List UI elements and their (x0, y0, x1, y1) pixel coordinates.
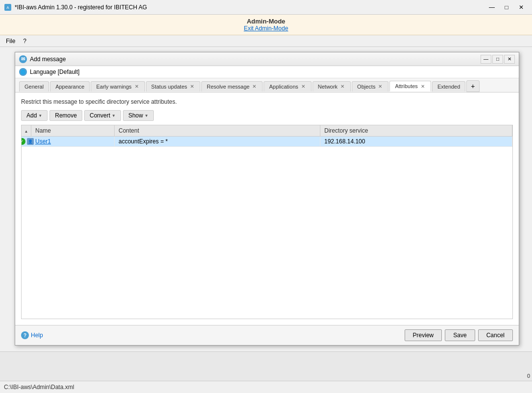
tab-add-button[interactable]: + (466, 80, 479, 92)
menu-file[interactable]: File (2, 37, 19, 46)
save-button[interactable]: Save (445, 329, 475, 341)
tab-attributes[interactable]: Attributes ✕ (389, 81, 431, 92)
table-row[interactable]: ✓ 👤 User1 accountExpires = * 192.168.14.… (22, 137, 512, 147)
app-icon: A (4, 3, 12, 11)
dialog-title: Add message (30, 56, 481, 63)
tab-status-updates[interactable]: Status updates ✕ (146, 81, 200, 92)
tab-extended[interactable]: Extended (432, 81, 465, 92)
tab-applications-close[interactable]: ✕ (300, 84, 306, 89)
remove-button[interactable]: Remove (49, 110, 82, 121)
tab-resolve-message-close[interactable]: ✕ (251, 84, 257, 89)
language-row: 🌐 Language [Default] (15, 66, 519, 78)
menu-bar: File ? (0, 35, 532, 47)
dialog-footer: ? Help Preview Save Cancel (15, 325, 519, 345)
toolbar: Add ▼ Remove Convert ▼ Show ▼ (21, 110, 513, 121)
tab-applications[interactable]: Applications ✕ (264, 81, 311, 92)
status-bar: C:\IBI-aws\Admin\Data.xml (0, 381, 532, 393)
dialog-title-bar: ✉ Add message — □ ✕ (15, 52, 519, 66)
dialog-minimize-button[interactable]: — (481, 55, 491, 64)
help-link[interactable]: ? Help (21, 331, 43, 339)
attributes-table: Name Content Directory service ✓ 👤 User1… (21, 125, 513, 319)
row-content-cell: accountExpires = * (115, 137, 320, 146)
show-button[interactable]: Show ▼ (123, 110, 154, 121)
window-controls: — □ ✕ (485, 2, 528, 13)
status-ok-icon: ✓ (21, 138, 25, 145)
tab-early-warnings-close[interactable]: ✕ (134, 84, 140, 89)
tab-general[interactable]: General (19, 81, 49, 92)
menu-help[interactable]: ? (19, 37, 30, 46)
tab-network[interactable]: Network ✕ (313, 81, 351, 92)
convert-button[interactable]: Convert ▼ (84, 110, 121, 121)
show-dropdown-arrow: ▼ (145, 114, 148, 118)
tab-objects[interactable]: Objects ✕ (352, 81, 388, 92)
tab-appearance[interactable]: Appearance (50, 81, 90, 92)
help-label: Help (31, 332, 43, 339)
row-directory-cell: 192.168.14.100 (320, 137, 512, 146)
dialog-maximize-button[interactable]: □ (492, 55, 503, 64)
admin-mode-title: Admin-Mode (0, 18, 532, 25)
sort-icon (24, 127, 28, 134)
exit-admin-mode-link[interactable]: Exit Admin-Mode (0, 25, 532, 32)
maximize-button[interactable]: □ (500, 2, 513, 13)
name-column-header[interactable]: Name (31, 125, 115, 136)
dialog-close-button[interactable]: ✕ (504, 55, 515, 64)
row-sort-cell: ✓ 👤 (22, 137, 31, 146)
svg-text:A: A (6, 5, 9, 10)
tab-objects-close[interactable]: ✕ (377, 84, 383, 89)
bottom-panel: 0 (0, 351, 532, 381)
convert-dropdown-arrow: ▼ (112, 114, 116, 118)
language-label: Language [Default] (30, 69, 79, 75)
preview-button[interactable]: Preview (405, 329, 442, 341)
description-text: Restrict this message to specific direct… (21, 98, 513, 105)
cancel-button[interactable]: Cancel (478, 329, 513, 341)
directory-column-header[interactable]: Directory service (320, 125, 512, 136)
close-button[interactable]: ✕ (514, 2, 528, 13)
dialog-icon: ✉ (19, 55, 27, 63)
bottom-counter: 0 (527, 373, 530, 379)
user-name-link[interactable]: User1 (35, 138, 51, 145)
window-title-bar: A *IBI-aws Admin 1.30.0 - registered for… (0, 0, 532, 15)
add-message-dialog: ✉ Add message — □ ✕ 🌐 Language [Default]… (15, 52, 519, 346)
language-globe-icon: 🌐 (19, 68, 27, 76)
tab-network-close[interactable]: ✕ (339, 84, 345, 89)
dialog-content: Restrict this message to specific direct… (15, 92, 519, 325)
tab-early-warnings[interactable]: Early warnings ✕ (91, 81, 145, 92)
minimize-button[interactable]: — (485, 2, 499, 13)
row-name-cell: User1 (31, 137, 115, 146)
dialog-controls: — □ ✕ (481, 55, 515, 64)
tab-resolve-message[interactable]: Resolve message ✕ (201, 81, 263, 92)
sort-column-header[interactable] (22, 125, 31, 136)
tabs-bar: General Appearance Early warnings ✕ Stat… (15, 78, 519, 92)
help-icon: ? (21, 331, 29, 339)
tab-status-updates-close[interactable]: ✕ (189, 84, 195, 89)
content-column-header[interactable]: Content (115, 125, 320, 136)
admin-banner: Admin-Mode Exit Admin-Mode (0, 15, 532, 35)
add-button[interactable]: Add ▼ (21, 110, 48, 121)
table-header: Name Content Directory service (22, 125, 512, 137)
tab-attributes-close[interactable]: ✕ (420, 84, 426, 89)
add-dropdown-arrow: ▼ (38, 114, 42, 118)
status-path: C:\IBI-aws\Admin\Data.xml (4, 384, 74, 391)
window-title: *IBI-aws Admin 1.30.0 - registered for I… (15, 4, 485, 11)
